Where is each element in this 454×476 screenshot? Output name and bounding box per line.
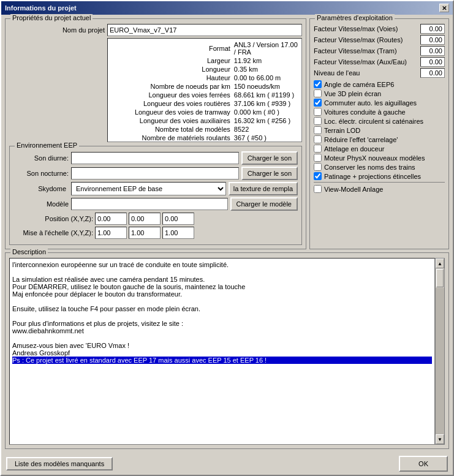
desc-line: l'interconnexion européenne sur un tracé… — [12, 261, 432, 268]
desc-container: l'interconnexion européenne sur un tracé… — [9, 258, 445, 445]
voies-aux-value: 16.302 km ( #256 ) — [234, 117, 298, 124]
window-title: Informations du projet — [5, 4, 77, 12]
table-row: Nombre total de modèles 8522 — [112, 126, 298, 133]
checkbox-label-cb10: Conserver les noms des trains — [324, 164, 415, 171]
close-button[interactable]: ✕ — [439, 4, 449, 12]
env-label: Environnement EEP — [15, 142, 79, 149]
desc-line: Andreas Grosskopf — [12, 349, 432, 357]
echelle-label: Mise à l'échelle (X,Y,Z): — [13, 229, 93, 236]
checkbox-label-cb4: Voitures conduite à gauche — [324, 108, 406, 116]
checkbox-row-5: Terrain LOD — [314, 126, 445, 134]
son-nocturne-row: Son nocturne: Charger le son — [13, 167, 298, 180]
checkbox-row-2: Commuter auto. les aiguillages — [314, 99, 445, 107]
checkbox-cb5[interactable] — [314, 117, 322, 125]
facteur-routes-input[interactable] — [420, 35, 445, 45]
facteur-tram-input[interactable] — [420, 46, 445, 56]
checkbox-cb1[interactable] — [314, 80, 322, 88]
position-label: Position (X,Y,Z): — [13, 215, 93, 222]
checkbox-label-cb6: Terrain LOD — [324, 127, 360, 134]
modele-btn[interactable]: Charger le modèle — [230, 197, 298, 211]
longueur-label: Longueur — [112, 66, 233, 73]
son-diurne-input[interactable] — [71, 152, 239, 164]
niveau-row: Niveau de l'eau — [314, 68, 445, 78]
checkbox-label-cb11: Patinage + projections étincelles — [324, 173, 421, 180]
voies-routieres-value: 37.106 km ( #939 ) — [234, 100, 298, 107]
checkbox-cb2[interactable] — [314, 89, 322, 97]
ech-y-input[interactable] — [129, 227, 161, 239]
checkbox-cb11[interactable] — [314, 172, 322, 180]
facteur-aux-input[interactable] — [420, 57, 445, 67]
facteur-aux-row: Facteur Vitesse/max (Aux/Eau) — [314, 57, 445, 67]
ech-z-input[interactable] — [162, 227, 194, 239]
son-diurne-btn[interactable]: Charger le son — [241, 151, 298, 165]
view-modell-label: View-Modell Anlage — [324, 186, 383, 193]
checkbox-cb10[interactable] — [314, 163, 322, 171]
checkbox-cb6[interactable] — [314, 126, 322, 134]
checkbox-label-cb9: Moteur PhysX nouveaux modèles — [324, 154, 425, 162]
son-nocturne-btn[interactable]: Charger le son — [241, 167, 298, 180]
pos-x-input[interactable] — [95, 213, 127, 225]
right-panel: Paramètres d'exploitation Facteur Vitess… — [309, 18, 449, 249]
format-value: ANL3 / Version 17.00 / FRA — [234, 41, 298, 56]
main-window: Informations du projet ✕ Propriétés du p… — [0, 0, 454, 476]
modele-row: Modèle Charger le modèle — [13, 197, 298, 211]
checkbox-label-cb8: Attelage en douceur — [324, 145, 384, 153]
desc-line: Pour DÉMARRER, utilisez le bouton gauche… — [12, 283, 432, 290]
facteur-aux-label: Facteur Vitesse/max (Aux/Eau) — [314, 58, 420, 66]
table-row: Hauteur 0.00 to 66.00 m — [112, 74, 298, 81]
checkbox-cb3[interactable] — [314, 99, 322, 107]
checkbox-cb7[interactable] — [314, 135, 322, 143]
missing-models-btn[interactable]: Liste des modèles manquants — [6, 457, 113, 470]
checkboxes-container: Angle de caméra EEP6Vue 3D plein écranCo… — [314, 80, 445, 180]
pos-z-input[interactable] — [162, 213, 194, 225]
facteur-voies-input[interactable] — [420, 24, 445, 34]
table-row: Longueur 0.35 km — [112, 66, 298, 73]
hauteur-label: Hauteur — [112, 74, 233, 81]
checkbox-row-4: Loc. électr. circulent si caténaires — [314, 117, 445, 125]
checkbox-cb9[interactable] — [314, 154, 322, 162]
desc-lines: l'interconnexion européenne sur un tracé… — [12, 261, 432, 357]
nb-modeles-label: Nombre total de modèles — [112, 126, 233, 133]
scroll-up-arrow[interactable]: ▲ — [436, 259, 444, 268]
checkbox-label-cb5: Loc. électr. circulent si caténaires — [324, 118, 423, 125]
noeuds-label: Nombre de noeuds par km — [112, 83, 233, 90]
desc-line: Maj enfoncée pour déplacer le bouton du … — [12, 290, 432, 298]
checkbox-row-10: Patinage + projections étincelles — [314, 172, 445, 180]
checkbox-label-cb1: Angle de caméra EEP6 — [324, 81, 394, 88]
checkbox-cb4[interactable] — [314, 108, 322, 116]
son-nocturne-label: Son nocturne: — [13, 170, 69, 177]
nb-materiels-label: Nombre de matériels roulants — [112, 134, 233, 142]
table-row: Nombre de noeuds par km 150 noeuds/km — [112, 83, 298, 90]
table-row: Longueur des voies de tramway 0.000 km (… — [112, 108, 298, 116]
description-section: Description l'interconnexion européenne … — [5, 252, 449, 449]
facteur-voies-row: Facteur Vitesse/max (Voies) — [314, 24, 445, 34]
ok-btn[interactable]: OK — [399, 456, 448, 472]
desc-label: Description — [10, 248, 48, 255]
desc-line: Amusez-vous bien avec 'EURO Vmax ! — [12, 342, 432, 349]
ech-x-input[interactable] — [95, 227, 127, 239]
position-row: Position (X,Y,Z): — [13, 213, 298, 225]
voies-tramway-label: Longueur des voies de tramway — [112, 108, 233, 116]
facteur-tram-label: Facteur Vitesse/max (Tram) — [314, 47, 420, 55]
desc-line: La simulation est réalisée avec une camé… — [12, 276, 432, 283]
checkbox-label-cb3: Commuter auto. les aiguillages — [324, 99, 417, 107]
scroll-thumb[interactable] — [436, 269, 444, 287]
table-row: Nombre de matériels roulants 367 ( #50 ) — [112, 134, 298, 142]
checkbox-cb8[interactable] — [314, 145, 322, 153]
top-section: Propriétés du projet actuel Nom du proje… — [5, 18, 449, 249]
props-container: Format ANL3 / Version 17.00 / FRA Largeu… — [9, 38, 302, 142]
table-row: Format ANL3 / Version 17.00 / FRA — [112, 41, 298, 56]
view-modell-checkbox[interactable] — [314, 185, 322, 193]
pos-y-input[interactable] — [129, 213, 161, 225]
desc-scrollbar[interactable]: ▲ ▼ — [435, 258, 445, 445]
modele-input[interactable] — [71, 198, 228, 210]
nom-input[interactable] — [107, 24, 302, 36]
hauteur-value: 0.00 to 66.00 m — [234, 74, 298, 81]
voies-ferrees-label: Longueur des voies ferrées — [112, 91, 233, 99]
skydome-texture-btn[interactable]: la texture de rempla — [229, 182, 298, 195]
niveau-input[interactable] — [420, 68, 445, 78]
skydome-select[interactable]: Environnement EEP de base — [71, 182, 226, 195]
checkbox-row-1: Vue 3D plein écran — [314, 89, 445, 97]
scroll-down-arrow[interactable]: ▼ — [436, 434, 444, 444]
son-nocturne-input[interactable] — [71, 167, 239, 179]
